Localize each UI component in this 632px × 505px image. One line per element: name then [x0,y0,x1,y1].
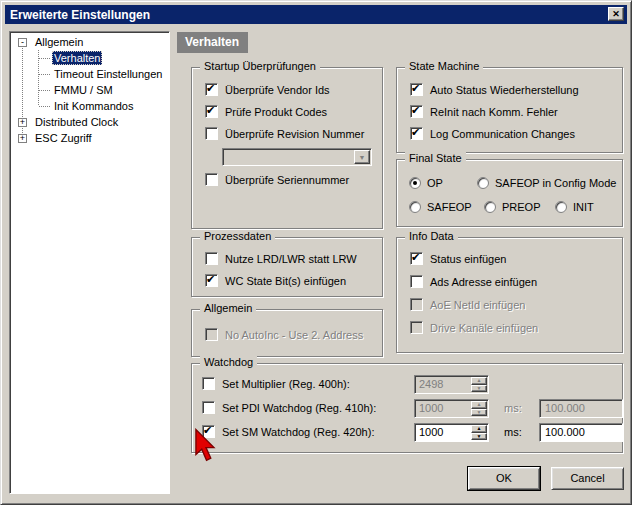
group-watchdog: Watchdog ✔ Set Multiplier (Reg. 400h): 2… [191,363,623,453]
checkbox[interactable]: ✔ [205,127,218,140]
checkbox-row-aoe-netid: ✔ AoE NetId einfügen [410,298,525,311]
sm-watchdog-spinner[interactable]: 1000 ▲▼ [414,423,489,442]
mouse-cursor-icon [194,428,218,464]
checkbox[interactable]: ✔ [410,252,423,265]
check-icon: ✔ [206,273,215,286]
checkbox-row-revision-number: ✔ Überprüfe Revision Nummer [205,127,364,140]
radio-button[interactable] [409,177,421,189]
checkbox[interactable]: ✔ [410,83,423,96]
checkbox: ✔ [410,298,423,311]
group-state-machine: State Machine ✔ Auto Status Wiederherste… [396,67,623,153]
group-title: Info Data [405,230,458,242]
checkbox[interactable]: ✔ [202,377,215,390]
checkbox[interactable]: ✔ [205,274,218,287]
page-title: Verhalten [177,32,248,53]
close-icon[interactable]: ✕ [608,7,624,21]
checkbox[interactable]: ✔ [205,83,218,96]
check-icon: ✔ [206,82,215,95]
checkbox[interactable]: ✔ [202,401,215,414]
tree-item-allgemein[interactable]: - Allgemein [18,34,85,50]
tree-connector-line [39,74,51,75]
expand-icon[interactable]: + [18,118,27,127]
window-title: Erweiterte Einstellungen [10,8,150,22]
group-allgemein: Allgemein ✔ No AutoInc - Use 2. Address [191,309,383,357]
tree-item-fmmu-sm[interactable]: FMMU / SM [52,82,115,98]
checkbox-row-ads-adresse: ✔ Ads Adresse einfügen [410,275,537,288]
checkbox-row-auto-status: ✔ Auto Status Wiederherstellung [410,83,579,96]
collapse-icon[interactable]: - [18,38,27,47]
checkbox-row-drive-kanaele: ✔ Drive Kanäle einfügen [410,321,538,334]
tree-item-verhalten[interactable]: Verhalten [52,50,102,66]
chevron-down-icon: ▼ [354,150,370,164]
title-bar: Erweiterte Einstellungen ✕ [5,5,627,24]
settings-tree: - Allgemein Verhalten Timeout Einstellun… [9,31,170,494]
tree-item-distributed-clock[interactable]: + Distributed Clock [18,114,120,130]
tree-connector-line [39,58,51,59]
group-title: Allgemein [200,302,256,314]
checkbox-row-no-autoinc: ✔ No AutoInc - Use 2. Address [205,328,363,341]
checkbox[interactable]: ✔ [205,252,218,265]
group-title: Final State [405,152,466,164]
checkbox-row-set-pdi-watchdog: ✔ Set PDI Watchdog (Reg. 410h): [202,401,376,414]
checkbox-row-wc-state: ✔ WC State Bit(s) einfügen [205,274,346,287]
advanced-settings-dialog: Erweiterte Einstellungen ✕ - Allgemein V… [0,0,632,505]
checkbox-row-vendor-ids: ✔ Überprüfe Vendor Ids [205,83,330,96]
spin-down-icon: ▼ [471,409,487,417]
pdi-watchdog-spinner: 1000 ▲▼ [414,399,489,418]
radio-button[interactable] [477,177,489,189]
checkbox[interactable]: ✔ [410,105,423,118]
checkbox-row-reinit: ✔ ReInit nach Komm. Fehler [410,105,558,118]
cancel-button[interactable]: Cancel [551,467,624,490]
checkbox[interactable]: ✔ [410,127,423,140]
check-icon: ✔ [411,126,420,139]
checkbox-row-set-sm-watchdog: ✔ Set SM Watchdog (Reg. 420h): [202,425,374,438]
radio-button[interactable] [555,201,567,213]
checkbox[interactable]: ✔ [205,173,218,186]
multiplier-spinner: 2498 ▲▼ [414,375,489,394]
radio-button[interactable] [484,201,496,213]
checkbox-row-set-multiplier: ✔ Set Multiplier (Reg. 400h): [202,377,350,390]
check-icon: ✔ [411,251,420,264]
revision-number-combobox: ▼ [222,148,372,166]
tree-connector-line [39,106,51,107]
radio-row-safeop: SAFEOP [409,201,472,213]
ms-label: ms: [504,402,522,414]
spin-down-icon: ▼ [471,385,487,393]
check-icon: ✔ [206,104,215,117]
sm-watchdog-ms-field[interactable]: 100.000 [539,423,623,442]
group-final-state: Final State OP SAFEOP in Config Mode SAF… [396,159,623,227]
radio-row-init: INIT [555,201,594,213]
checkbox[interactable]: ✔ [205,105,218,118]
tree-item-timeout-einstellungen[interactable]: Timeout Einstellungen [52,66,164,82]
radio-row-preop: PREOP [484,201,541,213]
check-icon: ✔ [411,104,420,117]
group-title: Startup Überprüfungen [200,60,320,72]
expand-icon[interactable]: + [18,134,27,143]
tree-item-esc-zugriff[interactable]: + ESC Zugriff [18,130,94,146]
checkbox-row-status-einfuegen: ✔ Status einfügen [410,252,506,265]
tree-connector-line [39,90,51,91]
spin-up-icon: ▲ [471,401,487,409]
spin-up-icon[interactable]: ▲ [471,425,487,433]
ok-button[interactable]: OK [468,467,540,490]
checkbox[interactable]: ✔ [410,275,423,288]
spinner-value: 2498 [419,378,443,390]
radio-row-op: OP [409,177,443,189]
pdi-watchdog-ms-field: 100.000 [539,399,623,418]
spin-down-icon[interactable]: ▼ [471,433,487,441]
spinner-value: 1000 [419,402,443,414]
radio-row-safeop-config: SAFEOP in Config Mode [477,177,616,189]
group-title: Watchdog [200,356,257,368]
tree-item-init-kommandos[interactable]: Init Kommandos [52,98,135,114]
ms-label: ms: [504,426,522,438]
checkbox: ✔ [205,328,218,341]
group-title: State Machine [405,60,483,72]
checkbox: ✔ [410,321,423,334]
radio-button[interactable] [409,201,421,213]
spinner-value[interactable]: 1000 [419,426,443,438]
spin-up-icon: ▲ [471,377,487,385]
checkbox-row-lrd-lwr: ✔ Nutze LRD/LWR statt LRW [205,252,357,265]
group-startup-checks: Startup Überprüfungen ✔ Überprüfe Vendor… [191,67,383,229]
group-title: Prozessdaten [200,230,275,242]
checkbox-row-log-communication: ✔ Log Communication Changes [410,127,575,140]
